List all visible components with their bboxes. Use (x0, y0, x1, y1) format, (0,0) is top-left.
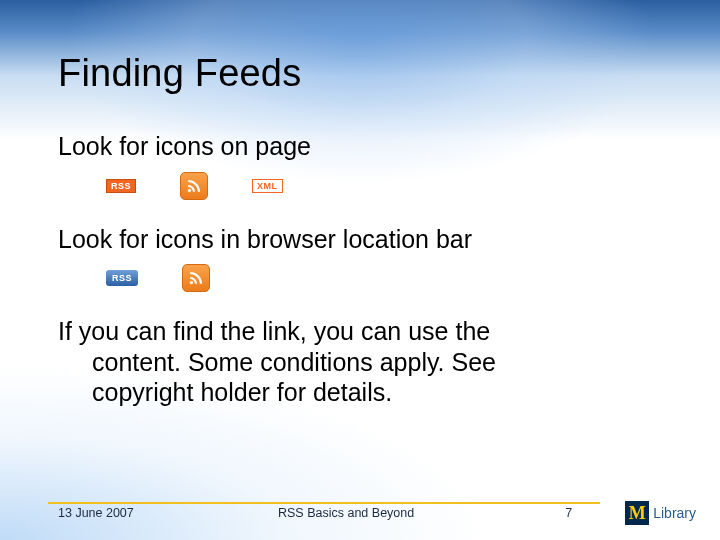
section-2-heading: Look for icons in browser location bar (58, 224, 662, 255)
paragraph-line-1: If you can find the link, you can use th… (58, 317, 490, 345)
svg-point-0 (188, 188, 191, 191)
footer-page-number: 7 (565, 506, 625, 520)
slide-footer: 13 June 2007 RSS Basics and Beyond 7 M L… (0, 492, 720, 540)
footer-accent-line (48, 502, 600, 504)
paragraph-line-2: content. Some conditions apply. See (58, 347, 662, 378)
rss-orange-badge-icon: RSS (106, 179, 136, 193)
m-logo-icon: M (625, 501, 649, 525)
library-word: Library (653, 505, 696, 521)
rss-blue-badge-icon: RSS (106, 270, 138, 286)
slide-content: Finding Feeds Look for icons on page RSS… (0, 0, 720, 540)
xml-badge-icon: XML (252, 179, 283, 193)
footer-date: 13 June 2007 (58, 506, 278, 520)
section-1-icon-row: RSS XML (58, 170, 662, 202)
rss-feed-icon (182, 264, 210, 292)
section-2-icon-row: RSS (58, 262, 662, 294)
svg-point-1 (190, 281, 193, 284)
slide-title: Finding Feeds (58, 52, 662, 95)
paragraph-line-3: copyright holder for details. (58, 377, 662, 408)
library-logo: M Library (625, 501, 696, 525)
paragraph: If you can find the link, you can use th… (58, 316, 662, 408)
rss-feed-icon (180, 172, 208, 200)
footer-title: RSS Basics and Beyond (278, 506, 565, 520)
section-1-heading: Look for icons on page (58, 131, 662, 162)
